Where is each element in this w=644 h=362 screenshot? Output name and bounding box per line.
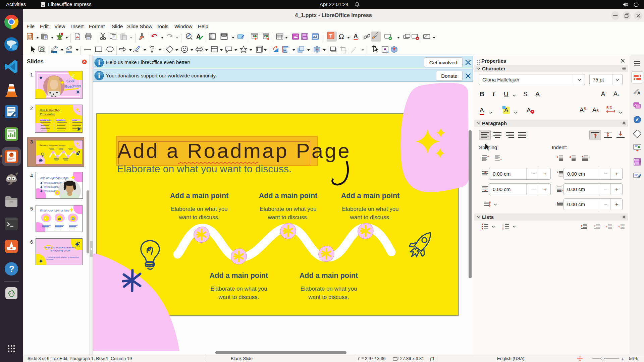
svg-text:A: A (354, 33, 358, 40)
svg-text:A: A (637, 90, 641, 96)
svg-text:T: T (329, 33, 332, 39)
svg-text:?: ? (9, 264, 14, 274)
svg-text:3: 3 (502, 228, 504, 230)
svg-text:1: 1 (502, 224, 504, 226)
svg-text:Ω: Ω (339, 33, 344, 41)
